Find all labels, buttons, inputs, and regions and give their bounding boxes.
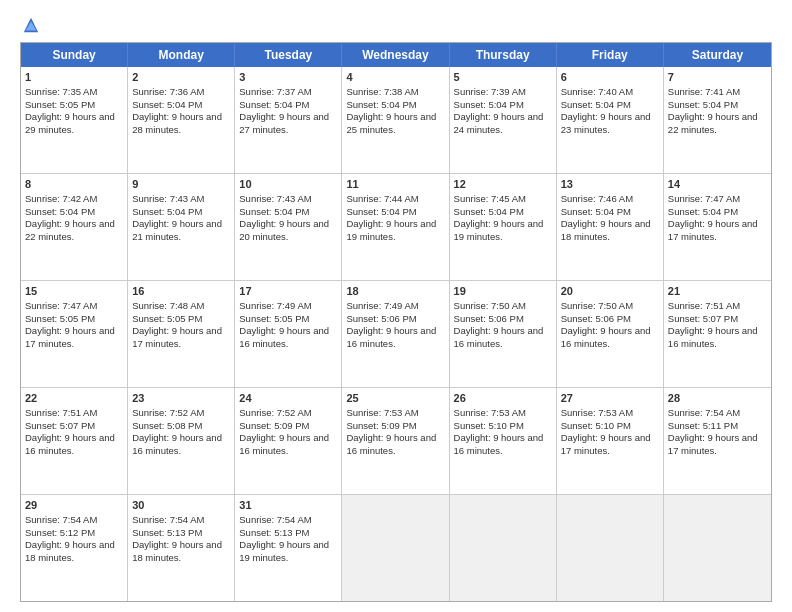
page: SundayMondayTuesdayWednesdayThursdayFrid… <box>0 0 792 612</box>
day-cell-21: 21Sunrise: 7:51 AM Sunset: 5:07 PM Dayli… <box>664 281 771 387</box>
sun-info: Sunrise: 7:40 AM Sunset: 5:04 PM Dayligh… <box>561 86 651 135</box>
day-cell-9: 9Sunrise: 7:43 AM Sunset: 5:04 PM Daylig… <box>128 174 235 280</box>
calendar-row-4: 22Sunrise: 7:51 AM Sunset: 5:07 PM Dayli… <box>21 388 771 495</box>
logo-icon <box>22 16 40 34</box>
header-day-friday: Friday <box>557 43 664 67</box>
day-number: 9 <box>132 177 230 192</box>
sun-info: Sunrise: 7:53 AM Sunset: 5:09 PM Dayligh… <box>346 407 436 456</box>
sun-info: Sunrise: 7:38 AM Sunset: 5:04 PM Dayligh… <box>346 86 436 135</box>
day-cell-24: 24Sunrise: 7:52 AM Sunset: 5:09 PM Dayli… <box>235 388 342 494</box>
calendar-header: SundayMondayTuesdayWednesdayThursdayFrid… <box>21 43 771 67</box>
day-cell-22: 22Sunrise: 7:51 AM Sunset: 5:07 PM Dayli… <box>21 388 128 494</box>
day-cell-7: 7Sunrise: 7:41 AM Sunset: 5:04 PM Daylig… <box>664 67 771 173</box>
day-cell-19: 19Sunrise: 7:50 AM Sunset: 5:06 PM Dayli… <box>450 281 557 387</box>
sun-info: Sunrise: 7:43 AM Sunset: 5:04 PM Dayligh… <box>239 193 329 242</box>
calendar-row-1: 1Sunrise: 7:35 AM Sunset: 5:05 PM Daylig… <box>21 67 771 174</box>
day-number: 10 <box>239 177 337 192</box>
empty-cell <box>557 495 664 601</box>
day-number: 20 <box>561 284 659 299</box>
calendar: SundayMondayTuesdayWednesdayThursdayFrid… <box>21 43 771 601</box>
header-day-monday: Monday <box>128 43 235 67</box>
day-cell-23: 23Sunrise: 7:52 AM Sunset: 5:08 PM Dayli… <box>128 388 235 494</box>
sun-info: Sunrise: 7:37 AM Sunset: 5:04 PM Dayligh… <box>239 86 329 135</box>
day-cell-5: 5Sunrise: 7:39 AM Sunset: 5:04 PM Daylig… <box>450 67 557 173</box>
day-cell-2: 2Sunrise: 7:36 AM Sunset: 5:04 PM Daylig… <box>128 67 235 173</box>
day-cell-20: 20Sunrise: 7:50 AM Sunset: 5:06 PM Dayli… <box>557 281 664 387</box>
day-number: 11 <box>346 177 444 192</box>
empty-cell <box>450 495 557 601</box>
header-day-saturday: Saturday <box>664 43 771 67</box>
sun-info: Sunrise: 7:54 AM Sunset: 5:13 PM Dayligh… <box>239 514 329 563</box>
day-number: 23 <box>132 391 230 406</box>
sun-info: Sunrise: 7:36 AM Sunset: 5:04 PM Dayligh… <box>132 86 222 135</box>
day-number: 31 <box>239 498 337 513</box>
sun-info: Sunrise: 7:48 AM Sunset: 5:05 PM Dayligh… <box>132 300 222 349</box>
header <box>20 16 772 34</box>
day-number: 12 <box>454 177 552 192</box>
empty-cell <box>664 495 771 601</box>
sun-info: Sunrise: 7:53 AM Sunset: 5:10 PM Dayligh… <box>561 407 651 456</box>
day-cell-26: 26Sunrise: 7:53 AM Sunset: 5:10 PM Dayli… <box>450 388 557 494</box>
day-number: 18 <box>346 284 444 299</box>
sun-info: Sunrise: 7:54 AM Sunset: 5:12 PM Dayligh… <box>25 514 115 563</box>
empty-cell <box>342 495 449 601</box>
day-cell-3: 3Sunrise: 7:37 AM Sunset: 5:04 PM Daylig… <box>235 67 342 173</box>
calendar-row-3: 15Sunrise: 7:47 AM Sunset: 5:05 PM Dayli… <box>21 281 771 388</box>
day-number: 14 <box>668 177 767 192</box>
day-cell-1: 1Sunrise: 7:35 AM Sunset: 5:05 PM Daylig… <box>21 67 128 173</box>
day-number: 29 <box>25 498 123 513</box>
day-number: 30 <box>132 498 230 513</box>
sun-info: Sunrise: 7:41 AM Sunset: 5:04 PM Dayligh… <box>668 86 758 135</box>
day-cell-15: 15Sunrise: 7:47 AM Sunset: 5:05 PM Dayli… <box>21 281 128 387</box>
day-cell-4: 4Sunrise: 7:38 AM Sunset: 5:04 PM Daylig… <box>342 67 449 173</box>
sun-info: Sunrise: 7:47 AM Sunset: 5:05 PM Dayligh… <box>25 300 115 349</box>
day-number: 25 <box>346 391 444 406</box>
day-number: 2 <box>132 70 230 85</box>
logo <box>20 16 40 34</box>
day-cell-14: 14Sunrise: 7:47 AM Sunset: 5:04 PM Dayli… <box>664 174 771 280</box>
sun-info: Sunrise: 7:54 AM Sunset: 5:11 PM Dayligh… <box>668 407 758 456</box>
day-cell-18: 18Sunrise: 7:49 AM Sunset: 5:06 PM Dayli… <box>342 281 449 387</box>
day-number: 1 <box>25 70 123 85</box>
day-cell-8: 8Sunrise: 7:42 AM Sunset: 5:04 PM Daylig… <box>21 174 128 280</box>
day-number: 15 <box>25 284 123 299</box>
day-number: 19 <box>454 284 552 299</box>
sun-info: Sunrise: 7:51 AM Sunset: 5:07 PM Dayligh… <box>668 300 758 349</box>
sun-info: Sunrise: 7:43 AM Sunset: 5:04 PM Dayligh… <box>132 193 222 242</box>
day-number: 22 <box>25 391 123 406</box>
sun-info: Sunrise: 7:53 AM Sunset: 5:10 PM Dayligh… <box>454 407 544 456</box>
day-cell-25: 25Sunrise: 7:53 AM Sunset: 5:09 PM Dayli… <box>342 388 449 494</box>
header-day-tuesday: Tuesday <box>235 43 342 67</box>
sun-info: Sunrise: 7:42 AM Sunset: 5:04 PM Dayligh… <box>25 193 115 242</box>
sun-info: Sunrise: 7:50 AM Sunset: 5:06 PM Dayligh… <box>561 300 651 349</box>
sun-info: Sunrise: 7:44 AM Sunset: 5:04 PM Dayligh… <box>346 193 436 242</box>
day-cell-27: 27Sunrise: 7:53 AM Sunset: 5:10 PM Dayli… <box>557 388 664 494</box>
header-day-wednesday: Wednesday <box>342 43 449 67</box>
day-number: 3 <box>239 70 337 85</box>
day-number: 6 <box>561 70 659 85</box>
day-cell-31: 31Sunrise: 7:54 AM Sunset: 5:13 PM Dayli… <box>235 495 342 601</box>
day-number: 26 <box>454 391 552 406</box>
day-number: 7 <box>668 70 767 85</box>
sun-info: Sunrise: 7:51 AM Sunset: 5:07 PM Dayligh… <box>25 407 115 456</box>
day-cell-11: 11Sunrise: 7:44 AM Sunset: 5:04 PM Dayli… <box>342 174 449 280</box>
sun-info: Sunrise: 7:47 AM Sunset: 5:04 PM Dayligh… <box>668 193 758 242</box>
day-number: 8 <box>25 177 123 192</box>
day-number: 4 <box>346 70 444 85</box>
day-cell-10: 10Sunrise: 7:43 AM Sunset: 5:04 PM Dayli… <box>235 174 342 280</box>
calendar-container: SundayMondayTuesdayWednesdayThursdayFrid… <box>20 42 772 602</box>
day-number: 5 <box>454 70 552 85</box>
day-cell-28: 28Sunrise: 7:54 AM Sunset: 5:11 PM Dayli… <box>664 388 771 494</box>
day-cell-16: 16Sunrise: 7:48 AM Sunset: 5:05 PM Dayli… <box>128 281 235 387</box>
header-day-thursday: Thursday <box>450 43 557 67</box>
day-number: 16 <box>132 284 230 299</box>
calendar-row-5: 29Sunrise: 7:54 AM Sunset: 5:12 PM Dayli… <box>21 495 771 601</box>
calendar-row-2: 8Sunrise: 7:42 AM Sunset: 5:04 PM Daylig… <box>21 174 771 281</box>
sun-info: Sunrise: 7:49 AM Sunset: 5:05 PM Dayligh… <box>239 300 329 349</box>
day-cell-29: 29Sunrise: 7:54 AM Sunset: 5:12 PM Dayli… <box>21 495 128 601</box>
day-number: 21 <box>668 284 767 299</box>
day-cell-30: 30Sunrise: 7:54 AM Sunset: 5:13 PM Dayli… <box>128 495 235 601</box>
day-cell-17: 17Sunrise: 7:49 AM Sunset: 5:05 PM Dayli… <box>235 281 342 387</box>
sun-info: Sunrise: 7:52 AM Sunset: 5:09 PM Dayligh… <box>239 407 329 456</box>
day-number: 24 <box>239 391 337 406</box>
